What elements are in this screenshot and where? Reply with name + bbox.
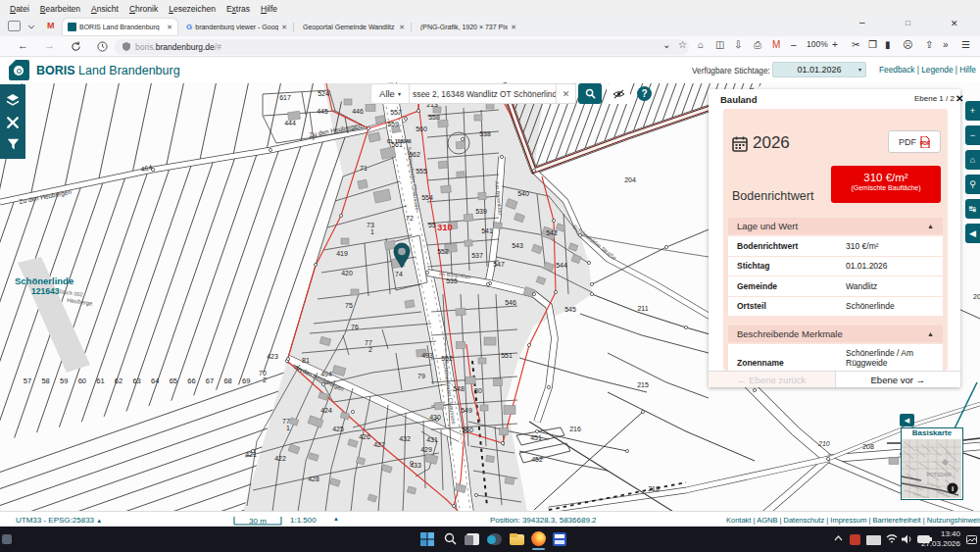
svg-text:Heuberge: Heuberge: [67, 297, 94, 307]
svg-text:426: 426: [359, 433, 370, 440]
svg-text:535: 535: [446, 277, 458, 284]
svg-text:543: 543: [512, 242, 523, 249]
svg-text:546: 546: [505, 299, 516, 306]
svg-text:431: 431: [426, 436, 438, 443]
svg-text:77: 77: [365, 339, 372, 346]
svg-text:2: 2: [263, 376, 267, 383]
svg-text:555: 555: [416, 168, 427, 175]
svg-text:75: 75: [345, 302, 353, 309]
svg-text:493: 493: [421, 352, 433, 359]
svg-text:59: 59: [60, 376, 68, 385]
svg-text:77: 77: [282, 418, 290, 425]
svg-text:421: 421: [245, 451, 257, 458]
svg-text:30 m: 30 m: [249, 517, 267, 526]
svg-text:428: 428: [308, 476, 319, 482]
svg-text:429: 429: [420, 446, 432, 453]
svg-text:422: 422: [274, 455, 286, 462]
svg-text:444: 444: [284, 120, 296, 126]
svg-text:427: 427: [373, 441, 385, 448]
svg-text:542: 542: [546, 229, 558, 236]
svg-text:544: 544: [556, 262, 567, 269]
svg-text:541: 541: [481, 227, 493, 234]
svg-text:432: 432: [399, 435, 411, 442]
svg-text:446: 446: [352, 108, 364, 115]
svg-text:Schönerlinde: Schönerlinde: [15, 276, 74, 286]
svg-text:540: 540: [517, 190, 529, 197]
svg-text:424: 424: [320, 407, 332, 414]
svg-text:Stück 002: Stück 002: [59, 288, 83, 297]
svg-text:430: 430: [429, 414, 441, 421]
svg-text:204: 204: [624, 176, 636, 183]
svg-text:62: 62: [115, 376, 122, 385]
svg-text:CL 108040: CL 108040: [387, 138, 412, 144]
svg-text:524: 524: [318, 90, 329, 97]
svg-text:539: 539: [475, 208, 487, 215]
svg-text:208: 208: [862, 443, 874, 450]
svg-text:121643: 121643: [31, 286, 60, 296]
svg-text:55: 55: [428, 222, 436, 228]
svg-text:2: 2: [368, 346, 372, 353]
svg-text:207: 207: [973, 293, 980, 300]
svg-text:550: 550: [462, 427, 473, 433]
svg-text:451: 451: [530, 434, 542, 441]
svg-text:71: 71: [360, 165, 368, 172]
svg-text:72: 72: [406, 215, 414, 222]
svg-text:70: 70: [259, 370, 267, 376]
svg-text:74: 74: [395, 271, 403, 277]
svg-text:58: 58: [41, 376, 49, 385]
svg-text:PDF: PDF: [920, 140, 930, 146]
svg-text:81: 81: [302, 357, 310, 364]
svg-text:1: 1: [370, 228, 374, 235]
svg-text:558: 558: [428, 114, 440, 121]
svg-text:560: 560: [416, 125, 427, 132]
svg-text:63: 63: [132, 376, 140, 385]
svg-text:554: 554: [421, 194, 433, 201]
svg-text:423: 423: [267, 353, 278, 360]
svg-text:419: 419: [336, 250, 348, 257]
svg-text:67: 67: [206, 376, 214, 385]
svg-text:218: 218: [648, 485, 660, 492]
svg-text:57: 57: [24, 376, 31, 385]
svg-text:215: 215: [637, 381, 649, 388]
svg-text:433: 433: [410, 462, 421, 469]
svg-text:548: 548: [453, 385, 465, 392]
svg-text:559: 559: [387, 121, 399, 127]
svg-text:76: 76: [351, 324, 359, 330]
svg-text:551: 551: [501, 352, 513, 359]
svg-text:60: 60: [78, 376, 86, 385]
svg-text:i: i: [952, 484, 954, 493]
svg-text:425: 425: [332, 426, 344, 432]
svg-text:68: 68: [223, 376, 231, 385]
svg-text:65: 65: [170, 376, 177, 385]
svg-text:549: 549: [461, 407, 472, 414]
svg-text:538: 538: [479, 130, 491, 137]
svg-text:61: 61: [96, 376, 104, 385]
svg-text:66: 66: [187, 376, 195, 385]
svg-text:73: 73: [367, 222, 374, 228]
svg-text:POTSDAM: POTSDAM: [927, 472, 952, 477]
svg-text:69: 69: [242, 376, 250, 385]
svg-text:80: 80: [474, 387, 482, 394]
svg-text:310: 310: [437, 222, 453, 232]
svg-text:537: 537: [471, 252, 483, 259]
svg-text:547: 547: [493, 261, 505, 268]
svg-text:79: 79: [417, 373, 425, 379]
svg-text:210: 210: [817, 440, 830, 447]
svg-text:1: 1: [286, 425, 290, 431]
svg-text:211: 211: [637, 305, 648, 312]
svg-text:445: 445: [317, 108, 328, 115]
svg-text:216: 216: [569, 426, 581, 432]
svg-text:64: 64: [151, 376, 159, 385]
svg-text:545: 545: [564, 306, 576, 313]
svg-text:557: 557: [390, 109, 402, 116]
svg-text:420: 420: [341, 270, 353, 276]
svg-text:552: 552: [437, 248, 449, 255]
svg-text:452: 452: [531, 456, 543, 463]
svg-text:617: 617: [279, 94, 291, 101]
